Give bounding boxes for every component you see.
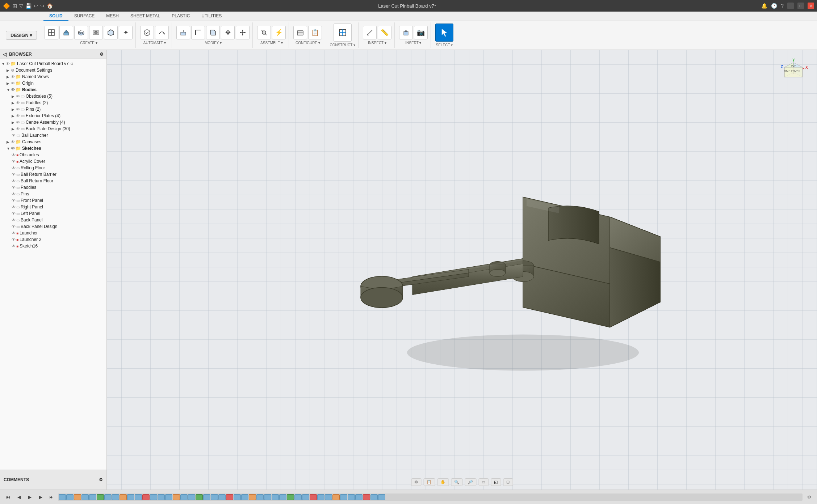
tree-pins[interactable]: ▶ 👁 ▭ Pins (2) [0,106,106,113]
design-button[interactable]: DESIGN ▾ [6,31,37,40]
pattern-btn[interactable]: ✦ [119,26,133,39]
tree-sketch16[interactable]: 👁 ■ Sketch16 [0,243,106,249]
tree-sketch-acrylic[interactable]: 👁 ■ Acrylic Cover [0,158,106,165]
tab-sheet-metal[interactable]: SHEET METAL [125,12,166,21]
chamfer-btn[interactable] [206,26,220,39]
sk-rolling-vis[interactable]: 👁 [12,166,16,170]
close-button[interactable]: ✕ [808,3,814,9]
box-btn[interactable] [104,26,118,39]
config-btn1[interactable] [293,26,307,39]
help-icon[interactable]: ? [781,3,784,9]
sk-launcher-vis[interactable]: 👁 [12,231,16,235]
tree-canvases[interactable]: ▶ 👁 📁 Canvases [0,139,106,145]
timeline-rewind-btn[interactable]: ⏮ [4,493,12,501]
tree-obstacles[interactable]: ▶ 👁 ▭ Obsticales (5) [0,93,106,99]
construct-btn[interactable] [334,24,352,42]
tree-named-views[interactable]: ▶ 👁 📁 Named Views [0,73,106,80]
automate-btn1[interactable] [140,26,154,39]
timeline-end-btn[interactable]: ⏭ [47,493,56,501]
root-settings-icon[interactable]: ⚙ [70,62,74,66]
tab-mesh[interactable]: MESH [100,12,125,21]
extrude-btn[interactable] [59,26,73,39]
insert-btn1[interactable] [399,26,413,39]
timeline-next-btn[interactable]: ▶ [36,493,45,501]
move-btn[interactable] [236,26,250,39]
zoom-fit-btn[interactable]: 🔍 [451,478,462,486]
automate-btn2[interactable] [155,26,169,39]
maximize-button[interactable]: □ [797,3,804,9]
hole-btn[interactable] [89,26,103,39]
grid-btn[interactable]: ◱ [491,478,501,486]
centre-vis[interactable]: 👁 [16,120,20,124]
sk-bpd-vis[interactable]: 👁 [12,224,16,229]
display-mode-btn[interactable]: ▭ [478,478,489,486]
home-btn[interactable]: 🏠 [47,3,53,9]
panel-collapse-icon[interactable]: ◁ [3,51,7,57]
sk-sketch16-vis[interactable]: 👁 [12,244,16,248]
sk-front-vis[interactable]: 👁 [12,198,16,203]
notifications-icon[interactable]: 🔔 [761,3,767,9]
tree-ball-launcher[interactable]: 👁 ▭ Ball Launcher [0,132,106,139]
file-menu[interactable]: ▽ [19,3,23,9]
clock-icon[interactable]: 🕐 [771,3,777,9]
tree-bodies[interactable]: ▼ 👁 📁 Bodies [0,86,106,93]
viewport[interactable]: X Y Z FRONT RIGHT TOP ⚙ 📋 ✋ 🔍 🔎 ▭ ◱ ⊞ [107,50,817,490]
tree-root[interactable]: ▼ 👁 📁 Laser Cut Pinball Board v7 ⚙ [0,60,106,67]
tree-sketch-pins[interactable]: 👁 ▭ Pins [0,191,106,197]
pins-vis[interactable]: 👁 [16,107,20,111]
named-views-vis[interactable]: 👁 [11,75,15,79]
sk-acrylic-vis[interactable]: 👁 [12,159,16,164]
section-analysis-btn[interactable]: 📏 [378,26,391,39]
sk-left-vis[interactable]: 👁 [12,211,16,216]
sk-pins-vis[interactable]: 👁 [12,192,16,196]
back-plate-vis[interactable]: 👁 [16,127,20,131]
sk-launcher2-vis[interactable]: 👁 [12,237,16,242]
root-vis-icon[interactable]: 👁 [6,62,10,66]
pan-btn[interactable]: ✋ [437,478,449,486]
timeline-play-btn[interactable]: ▶ [25,493,34,501]
ball-launcher-vis[interactable]: 👁 [12,133,16,137]
browser-settings-icon[interactable]: ⚙ [100,52,104,57]
tree-sketch-left-panel[interactable]: 👁 ▭ Left Panel [0,210,106,217]
select-btn[interactable] [435,24,453,42]
tree-sketch-front-panel[interactable]: 👁 ▭ Front Panel [0,197,106,204]
press-pull-btn[interactable] [176,26,190,39]
tree-centre-assembly[interactable]: ▶ 👁 ▭ Centre Assembly (4) [0,119,106,126]
tab-surface[interactable]: SURFACE [68,12,101,21]
comments-settings-icon[interactable]: ⚙ [99,477,103,482]
layout-btn[interactable]: ⊞ [503,478,513,486]
obstacles-vis[interactable]: 👁 [16,94,20,98]
sk-brfloor-vis[interactable]: 👁 [12,179,16,183]
tree-document-settings[interactable]: ▶ ⚙ Document Settings [0,67,106,73]
sk-back-vis[interactable]: 👁 [12,218,16,222]
paddles-vis[interactable]: 👁 [16,101,20,105]
tree-sketches[interactable]: ▼ 👁 📁 Sketches [0,145,106,152]
tree-sketch-launcher[interactable]: 👁 ■ Launcher [0,230,106,236]
redo-btn[interactable]: ↪ [40,3,45,9]
new-component-btn[interactable] [45,26,58,39]
shell-btn[interactable]: ✥ [221,26,235,39]
orientation-cube[interactable]: X Y Z FRONT RIGHT TOP [777,57,806,86]
view-settings-btn[interactable]: ⚙ [411,478,421,486]
tree-exterior-plates[interactable]: ▶ 👁 ▭ Exterior Plates (4) [0,113,106,119]
tab-plastic[interactable]: PLASTIC [166,12,196,21]
display-settings-btn[interactable]: 📋 [423,478,435,486]
sk-paddles-vis[interactable]: 👁 [12,185,16,190]
tree-sketch-paddles[interactable]: 👁 ▭ Paddles [0,184,106,191]
tab-solid[interactable]: SOLID [43,12,68,21]
as-built-btn[interactable]: ⚡ [272,26,286,39]
timeline-settings-icon[interactable]: ⚙ [805,493,813,501]
tree-sketch-launcher2[interactable]: 👁 ■ Launcher 2 [0,236,106,243]
sk-obstacles-vis[interactable]: 👁 [12,153,16,157]
measure-btn[interactable] [363,26,377,39]
undo-btn[interactable]: ↩ [34,3,38,9]
tree-origin[interactable]: ▶ 👁 📁 Origin [0,80,106,86]
timeline-prev-btn[interactable]: ◀ [14,493,23,501]
origin-vis[interactable]: 👁 [11,81,15,85]
sk-right-vis[interactable]: 👁 [12,205,16,209]
tree-sketch-back-panel-design[interactable]: 👁 ▭ Back Panel Design [0,223,106,230]
config-btn2[interactable]: 📋 [308,26,322,39]
tree-sketch-right-panel[interactable]: 👁 ▭ Right Panel [0,204,106,210]
timeline-track[interactable] [58,494,803,501]
tree-sketch-obstacles[interactable]: 👁 ■ Obstacles [0,152,106,158]
